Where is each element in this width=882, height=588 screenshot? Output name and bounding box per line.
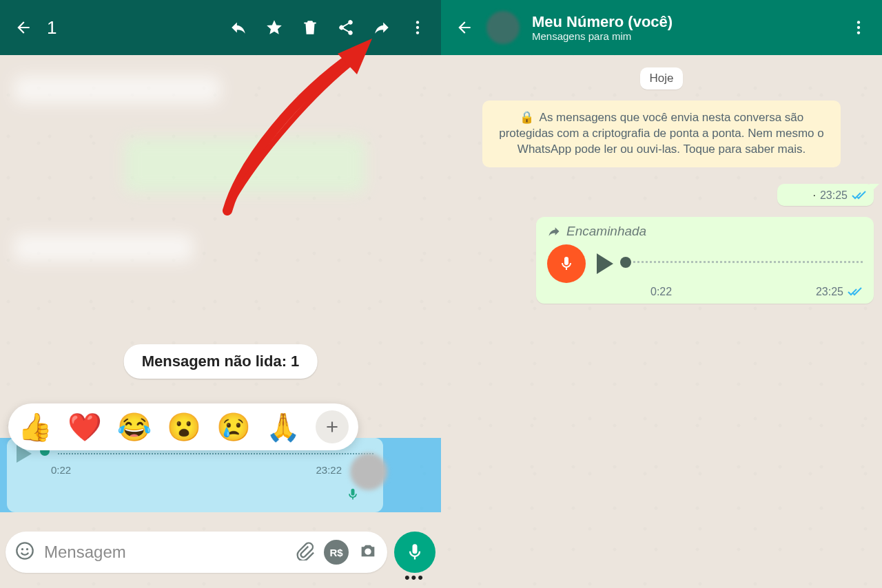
message-dot: · [813,189,816,202]
chat-area[interactable]: Hoje 🔒 As mensagens que você envia nesta… [441,55,882,588]
payments-icon[interactable]: R$ [324,540,349,565]
left-screenshot: 1 Mensagem não lida: 1 [0,0,441,588]
voice-timestamp: 23:25 [816,286,843,298]
read-ticks-icon [848,287,863,297]
star-button[interactable] [259,12,289,43]
svg-point-4 [21,548,23,550]
encryption-text: As mensagens que você envia nesta conver… [499,111,824,156]
delete-button[interactable] [295,12,325,43]
svg-point-9 [857,31,860,34]
more-menu-button[interactable] [402,12,433,43]
svg-point-2 [416,31,419,34]
contact-subtitle: Mensagens para mim [532,30,673,42]
camera-icon[interactable] [358,541,378,563]
forward-button[interactable] [367,12,397,43]
message-input[interactable]: Mensagem R$ [6,532,387,573]
play-button[interactable] [597,253,613,274]
encryption-notice[interactable]: 🔒 As mensagens que você envia nesta conv… [482,101,841,167]
svg-point-1 [416,26,419,29]
message-placeholder: Mensagem [44,543,285,562]
svg-point-5 [26,548,28,550]
share-button[interactable] [331,12,361,43]
contact-name: Meu Número (você) [532,13,673,30]
voice-duration: 0:22 [650,286,672,298]
voice-duration: 0:22 [51,464,71,476]
unread-messages-pill: Mensagem não lida: 1 [124,344,318,379]
right-screenshot: Meu Número (você) Mensagens para mim Hoj… [441,0,882,588]
contact-avatar[interactable] [486,11,520,44]
lock-icon: 🔒 [520,111,534,124]
svg-point-8 [857,26,860,29]
read-ticks-icon [852,191,867,200]
message-composer: Mensagem R$ [6,532,435,573]
emoji-picker-icon[interactable] [15,541,34,563]
sender-avatar [350,453,387,490]
back-button[interactable] [8,12,39,43]
reaction-pray[interactable]: 🙏 [266,413,300,441]
record-voice-button[interactable] [394,532,435,573]
reaction-sad[interactable]: 😢 [216,413,251,441]
forwarded-voice-message[interactable]: Encaminhada 0:22 23:25 [536,217,874,304]
blurred-chat-history [0,55,441,330]
message-time: 23:25 [820,189,848,202]
voice-mic-badge [547,244,586,283]
date-chip: Hoje [640,67,684,90]
reaction-picker[interactable]: 👍 ❤️ 😂 😮 😢 🙏 [8,403,358,450]
waveform-track[interactable] [58,453,373,457]
attachment-icon[interactable] [295,541,314,563]
voice-timestamp: 23:22 [316,464,342,476]
more-menu-button[interactable] [843,12,874,43]
back-button[interactable] [449,12,480,43]
playhead-knob[interactable] [620,257,631,268]
reaction-wow[interactable]: 😮 [167,413,201,441]
chat-header[interactable]: Meu Número (você) Mensagens para mim [441,0,882,55]
svg-point-0 [416,21,419,23]
reaction-more-button[interactable] [316,410,349,443]
mic-indicator-icon [346,487,360,504]
voice-track[interactable] [624,261,863,266]
selection-action-bar: 1 [0,0,441,55]
outgoing-message-small[interactable]: · 23:25 [777,184,874,206]
selected-count: 1 [47,17,57,39]
reaction-laugh[interactable]: 😂 [117,413,152,441]
forwarded-label: Encaminhada [547,224,863,239]
svg-point-3 [17,543,32,558]
reply-button[interactable] [223,12,254,43]
svg-point-7 [857,21,860,23]
reaction-heart[interactable]: ❤️ [68,413,102,441]
reaction-thumbs-up[interactable]: 👍 [18,413,52,441]
contact-title-block[interactable]: Meu Número (você) Mensagens para mim [532,13,673,43]
